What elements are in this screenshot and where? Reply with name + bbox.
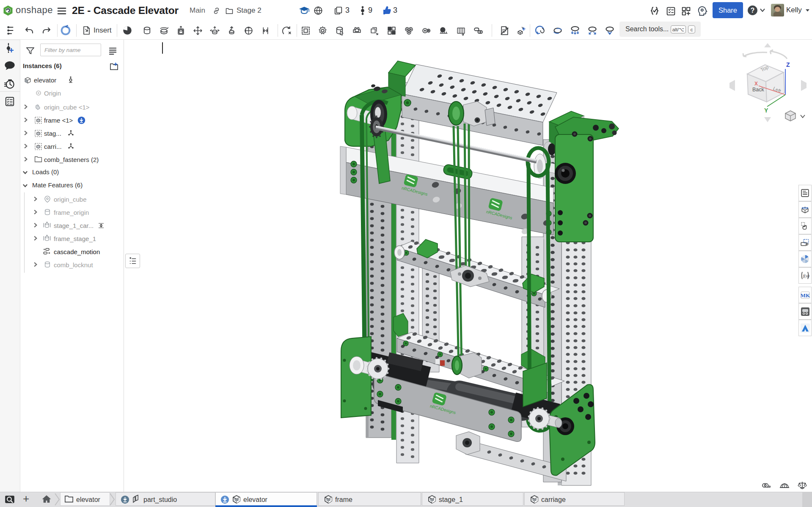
svg-text:X: X [754, 81, 758, 87]
svg-text:Back: Back [752, 87, 765, 93]
svg-text:Y: Y [764, 107, 768, 114]
svg-text:Z: Z [786, 61, 790, 68]
svg-text:MK: MK [801, 292, 810, 299]
svg-text:f(x): f(x) [803, 273, 810, 279]
